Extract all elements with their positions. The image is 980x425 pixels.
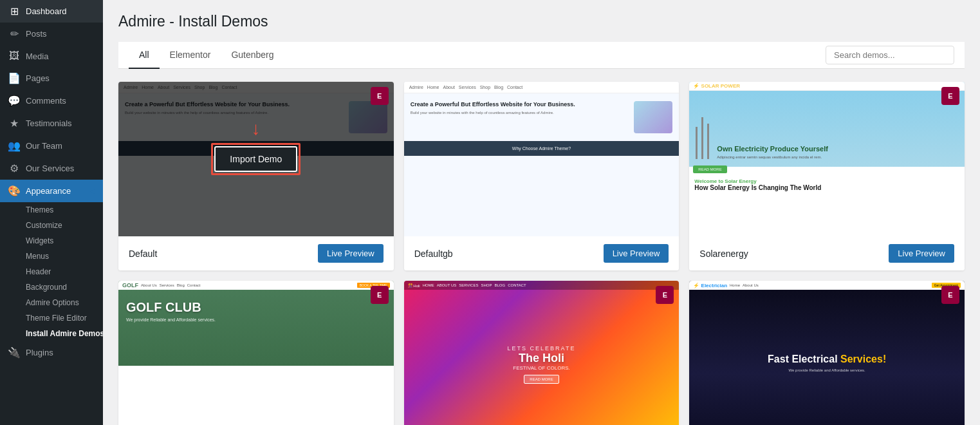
sidebar-item-install-admire-demos[interactable]: Install Admire Demos xyxy=(21,326,103,341)
page-title: Admire - Install Demos xyxy=(118,13,965,30)
appearance-icon: 🎨 xyxy=(8,185,21,197)
import-demo-button-gb[interactable]: Import Demo xyxy=(500,146,583,172)
pages-icon: 📄 xyxy=(8,72,21,84)
tab-elementor[interactable]: Elementor xyxy=(160,42,221,69)
demo-name-default: Default xyxy=(129,249,157,259)
demo-name-solar: Solarenergy xyxy=(699,249,748,259)
demo-thumbnail-defaultgb: Admire HomeAboutServicesShopBlogContact … xyxy=(404,82,680,236)
tab-gutenberg[interactable]: Gutenberg xyxy=(221,42,284,69)
appearance-submenu: Themes Customize Widgets Menus Header Ba… xyxy=(0,202,103,341)
elementor-badge-golf: E xyxy=(371,286,389,304)
testimonials-icon: ★ xyxy=(8,117,21,129)
import-demo-button-golf[interactable]: Import Demo xyxy=(214,345,297,371)
comments-icon: 💬 xyxy=(8,95,21,107)
sidebar-item-pages[interactable]: 📄 Pages xyxy=(0,67,103,90)
import-demo-overlay: ↓ Import Demo xyxy=(118,82,394,236)
sidebar-item-background[interactable]: Background xyxy=(21,279,103,295)
sidebar-item-plugins[interactable]: 🔌 Plugins xyxy=(0,341,103,364)
sidebar-item-menus[interactable]: Menus xyxy=(21,249,103,264)
sidebar-item-admire-options[interactable]: Admire Options xyxy=(21,295,103,310)
sidebar-item-customize[interactable]: Customize xyxy=(21,218,103,233)
import-demo-wrapper: ↓ Import Demo xyxy=(211,143,300,175)
dashboard-icon: ⊞ xyxy=(8,5,21,17)
sidebar-item-our-team[interactable]: 👥 Our Team xyxy=(0,135,103,157)
plugins-icon: 🔌 xyxy=(8,346,21,359)
demo-thumbnail-default: Admire HomeAboutServicesShopBlogContact … xyxy=(118,82,394,236)
our-team-icon: 👥 xyxy=(8,140,21,152)
demo-thumbnail-holi: 🎊 Holi HOMEABOUT USSERVICESSHOPBLOGCONTA… xyxy=(404,281,680,425)
red-arrow-icon: ↓ xyxy=(252,118,261,139)
demo-card-golf[interactable]: GOLF About Us Services Blog Contact BOOK… xyxy=(118,281,394,425)
sidebar-item-theme-file-editor[interactable]: Theme File Editor xyxy=(21,310,103,326)
demo-thumbnail-golf: GOLF About Us Services Blog Contact BOOK… xyxy=(118,281,394,425)
demo-thumbnail-electrician: ⚡ Electrician Home About Us Get Appointm… xyxy=(689,281,965,425)
demo-card-electrician[interactable]: ⚡ Electrician Home About Us Get Appointm… xyxy=(689,281,965,425)
import-demo-button-solar[interactable]: Import Demo xyxy=(786,146,869,172)
demos-grid: Admire HomeAboutServicesShopBlogContact … xyxy=(118,82,965,425)
our-services-icon: ⚙ xyxy=(8,162,21,175)
appearance-expand-icon: ◀ xyxy=(90,187,95,194)
sidebar-item-posts[interactable]: ✏ Posts xyxy=(0,23,103,45)
demo-footer-default: Default Live Preview xyxy=(118,236,394,270)
sidebar-item-comments[interactable]: 💬 Comments xyxy=(0,90,103,112)
demo-name-defaultgb: Defaultgb xyxy=(414,249,453,259)
live-preview-button-default[interactable]: Live Preview xyxy=(318,244,384,263)
main-content: Admire - Install Demos All Elementor Gut… xyxy=(103,0,980,425)
content-area: Admire - Install Demos All Elementor Gut… xyxy=(103,0,980,425)
search-input[interactable] xyxy=(826,46,954,64)
demo-footer-solar: Solarenergy Live Preview xyxy=(689,236,965,270)
live-preview-button-solar[interactable]: Live Preview xyxy=(889,244,954,263)
sidebar: ⊞ Dashboard ✏ Posts 🖼 Media 📄 Pages 💬 Co… xyxy=(0,0,103,425)
elementor-badge-solar: E xyxy=(941,87,959,105)
import-demo-button-electrician[interactable]: Import Demo xyxy=(786,345,869,371)
demo-card-default[interactable]: Admire HomeAboutServicesShopBlogContact … xyxy=(118,82,394,270)
sidebar-item-dashboard[interactable]: ⊞ Dashboard xyxy=(0,0,103,23)
demo-card-defaultgb[interactable]: Admire HomeAboutServicesShopBlogContact … xyxy=(404,82,680,270)
sidebar-item-testimonials[interactable]: ★ Testimonials xyxy=(0,112,103,135)
posts-icon: ✏ xyxy=(8,28,21,40)
demo-card-holi[interactable]: 🎊 Holi HOMEABOUT USSERVICESSHOPBLOGCONTA… xyxy=(404,281,680,425)
demo-thumbnail-solar: ⚡ SOLAR POWER Own Electricity Produce Yo… xyxy=(689,82,965,236)
tab-all[interactable]: All xyxy=(129,42,160,69)
elementor-badge-holi: E xyxy=(656,286,674,304)
elementor-badge-electrician: E xyxy=(941,286,959,304)
tabs-bar: All Elementor Gutenberg xyxy=(118,42,965,69)
elementor-badge-default: E xyxy=(371,87,389,105)
sidebar-item-widgets[interactable]: Widgets xyxy=(21,233,103,249)
import-demo-button[interactable]: Import Demo xyxy=(214,146,297,172)
sidebar-item-our-services[interactable]: ⚙ Our Services xyxy=(0,157,103,180)
demo-card-solar[interactable]: ⚡ SOLAR POWER Own Electricity Produce Yo… xyxy=(689,82,965,270)
import-demo-button-holi[interactable]: Import Demo xyxy=(500,345,583,371)
sidebar-item-appearance[interactable]: 🎨 Appearance ◀ xyxy=(0,180,103,202)
sidebar-item-header[interactable]: Header xyxy=(21,264,103,279)
live-preview-button-defaultgb[interactable]: Live Preview xyxy=(604,244,669,263)
sidebar-item-themes[interactable]: Themes xyxy=(21,202,103,218)
demo-footer-defaultgb: Defaultgb Live Preview xyxy=(404,236,680,270)
media-icon: 🖼 xyxy=(8,50,21,62)
sidebar-item-media[interactable]: 🖼 Media xyxy=(0,45,103,67)
highlight-border: Import Demo xyxy=(211,143,300,175)
